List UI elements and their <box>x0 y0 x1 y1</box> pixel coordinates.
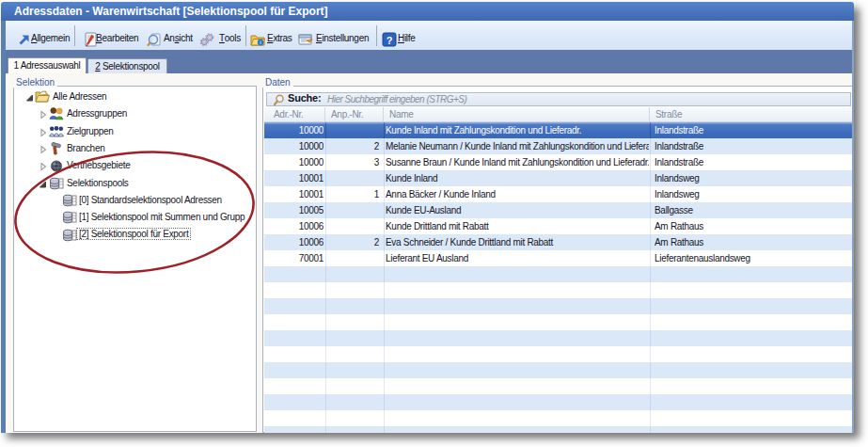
svg-text:?: ? <box>387 35 393 46</box>
svg-text:i: i <box>260 40 260 45</box>
